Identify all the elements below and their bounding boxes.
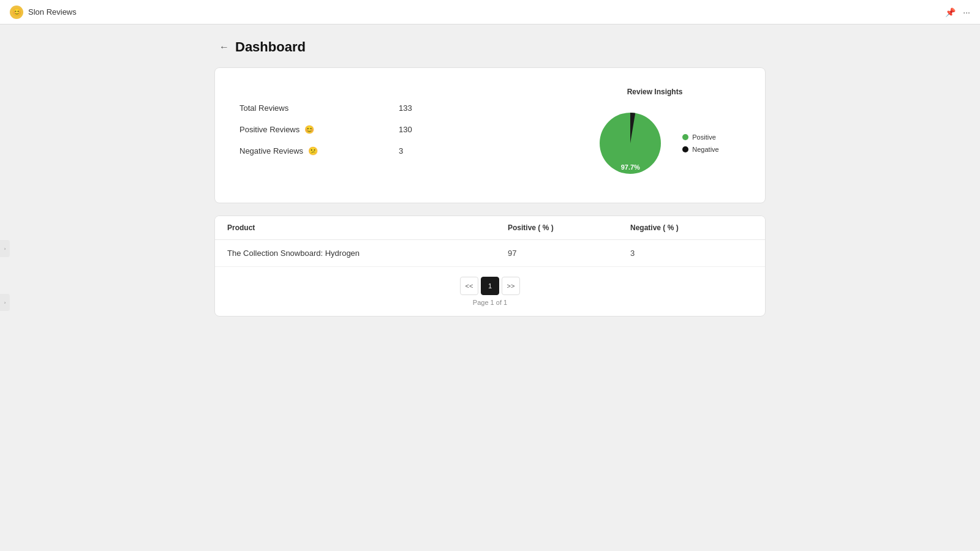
next-page-button[interactable]: >>: [502, 277, 520, 295]
page-info: Page 1 of 1: [473, 299, 507, 306]
more-icon[interactable]: ···: [963, 7, 970, 17]
negative-cell: 3: [630, 249, 753, 258]
stat-value: 130: [399, 125, 412, 134]
table-header: Product Positive ( % ) Negative ( % ): [215, 216, 765, 240]
prev-page-button[interactable]: <<: [460, 277, 478, 295]
sidebar-handle-bottom[interactable]: ›: [0, 294, 10, 311]
back-button[interactable]: ←: [219, 42, 229, 53]
page-header: ← Dashboard: [214, 39, 766, 55]
app-name: Slon Reviews: [28, 7, 77, 17]
col-product: Product: [227, 223, 508, 232]
stat-label: Total Reviews: [239, 103, 350, 113]
stat-row: Total Reviews 133: [239, 103, 532, 113]
pie-chart: 97.7%: [590, 103, 670, 183]
chart-title: Review Insights: [627, 88, 683, 96]
legend-positive-label: Positive: [692, 133, 716, 141]
table-body: The Collection Snowboard: Hydrogen 97 3: [215, 240, 765, 267]
legend-negative-label: Negative: [692, 146, 718, 153]
topbar-right: 📌 ···: [945, 7, 970, 17]
pie-svg: [590, 103, 670, 183]
sidebar-handle-top[interactable]: ›: [0, 240, 10, 257]
table-row: The Collection Snowboard: Hydrogen 97 3: [215, 240, 765, 267]
pin-icon[interactable]: 📌: [945, 7, 956, 17]
chart-area: Review Insights 97.7% Positive: [569, 88, 741, 183]
legend-positive-dot: [682, 134, 688, 140]
col-positive: Positive ( % ): [508, 223, 630, 232]
app-logo: 😊: [10, 6, 23, 19]
chart-legend: Positive Negative: [682, 133, 718, 153]
positive-cell: 97: [508, 249, 630, 258]
topbar: 😊 Slon Reviews 📌 ···: [0, 0, 980, 24]
sidebar-handles: › ›: [0, 240, 10, 311]
product-cell: The Collection Snowboard: Hydrogen: [227, 249, 508, 258]
stat-row: Positive Reviews 😊 130: [239, 125, 532, 134]
stat-label: Negative Reviews 😕: [239, 146, 350, 156]
pie-label: 97.7%: [621, 163, 640, 171]
legend-negative: Negative: [682, 146, 718, 153]
legend-positive: Positive: [682, 133, 718, 141]
page-title: Dashboard: [235, 39, 306, 55]
stat-row: Negative Reviews 😕 3: [239, 146, 532, 156]
topbar-left: 😊 Slon Reviews: [10, 6, 77, 19]
pagination: << 1 >> Page 1 of 1: [215, 267, 765, 316]
legend-negative-dot: [682, 146, 688, 152]
stat-value: 3: [399, 146, 403, 156]
pagination-controls: << 1 >>: [460, 277, 520, 295]
stats-section: Total Reviews 133 Positive Reviews 😊 130…: [239, 103, 532, 168]
table-card: Product Positive ( % ) Negative ( % ) Th…: [214, 216, 766, 317]
stat-label: Positive Reviews 😊: [239, 125, 350, 134]
current-page-button[interactable]: 1: [481, 277, 499, 295]
chart-content: 97.7% Positive Negative: [590, 103, 718, 183]
insights-card: Total Reviews 133 Positive Reviews 😊 130…: [214, 67, 766, 203]
col-negative: Negative ( % ): [630, 223, 753, 232]
main-content: ← Dashboard Total Reviews 133 Positive R…: [214, 24, 766, 331]
logo-emoji: 😊: [12, 8, 21, 17]
stat-value: 133: [399, 103, 412, 113]
